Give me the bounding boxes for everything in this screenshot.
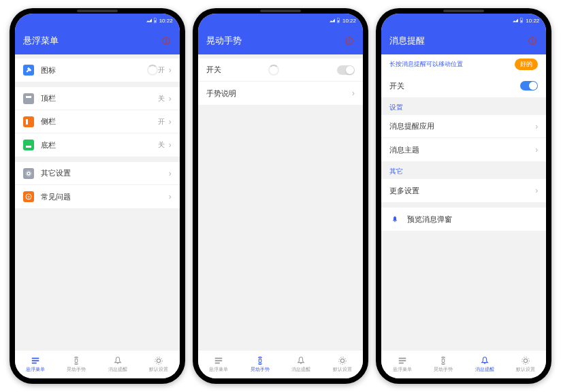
row-value: 关 — [158, 94, 165, 103]
section: 更多设置 › — [381, 179, 546, 202]
row-notify-theme[interactable]: 消息主题 › — [381, 138, 546, 161]
row-other-settings[interactable]: 其它设置 › — [15, 162, 180, 185]
svg-rect-33 — [532, 42, 533, 43]
screen: 10:22 悬浮菜单 图标 开 › — [15, 14, 180, 378]
svg-rect-14 — [32, 363, 37, 364]
chevron-right-icon: › — [352, 89, 355, 97]
nav-default[interactable]: 默认设置 — [321, 350, 363, 378]
tip-ok-button[interactable]: 好的 — [515, 59, 538, 70]
status-icons — [513, 18, 524, 23]
row-label: 其它设置 — [41, 168, 165, 178]
chevron-right-icon: › — [535, 146, 538, 154]
app-title: 消息提醒 — [389, 35, 425, 47]
row-label: 图标 — [41, 65, 143, 76]
section: 开关 — [381, 74, 546, 97]
bell-icon — [480, 356, 490, 365]
nav-label: 默认设置 — [149, 366, 168, 373]
status-icons — [330, 18, 340, 23]
nav-shake[interactable]: 晃动手势 — [56, 350, 97, 378]
nav-float-menu[interactable]: 悬浮菜单 — [381, 350, 423, 378]
svg-rect-36 — [398, 360, 406, 361]
row-label: 侧栏 — [41, 116, 158, 127]
chevron-right-icon: › — [535, 186, 538, 195]
top-bar-icon — [23, 93, 34, 104]
row-topbar[interactable]: 顶栏 关 › — [15, 87, 180, 110]
svg-point-39 — [524, 359, 527, 362]
row-label: 消息提醒应用 — [389, 121, 531, 131]
nav-label: 悬浮菜单 — [393, 366, 412, 373]
loading-icon — [268, 65, 279, 76]
bell-icon — [389, 214, 400, 225]
nav-shake[interactable]: 晃动手势 — [239, 350, 280, 378]
toggle-switch[interactable] — [520, 81, 538, 91]
status-bar: 10:22 — [198, 14, 363, 27]
row-switch[interactable]: 开关 — [198, 59, 363, 82]
nav-shake[interactable]: 晃动手势 — [423, 350, 464, 378]
row-notify-apps[interactable]: 消息提醒应用 › — [381, 115, 546, 138]
svg-rect-23 — [215, 358, 223, 359]
row-sidebar[interactable]: 侧栏 开 › — [15, 110, 180, 133]
svg-rect-25 — [215, 363, 220, 364]
svg-point-17 — [155, 357, 163, 365]
svg-rect-22 — [349, 42, 349, 43]
svg-rect-37 — [398, 363, 403, 364]
row-label: 顶栏 — [41, 93, 158, 103]
svg-point-16 — [157, 359, 161, 362]
svg-rect-19 — [338, 20, 339, 22]
svg-rect-1 — [155, 20, 156, 22]
nav-label: 悬浮菜单 — [209, 366, 228, 373]
row-icon-setting[interactable]: 图标 开 › — [15, 59, 180, 82]
warning-icon[interactable] — [527, 35, 538, 46]
row-value: 开 — [158, 117, 165, 127]
row-bottombar[interactable]: 底栏 关 › — [15, 133, 180, 157]
row-preview-popup[interactable]: 预览消息弹窗 — [381, 208, 546, 231]
menu-icon — [31, 356, 40, 365]
chevron-right-icon: › — [169, 141, 172, 149]
row-label: 常见问题 — [41, 192, 165, 202]
section: 开关 手势说明 › — [198, 59, 363, 105]
row-gesture-info[interactable]: 手势说明 › — [198, 82, 363, 105]
svg-point-27 — [340, 359, 344, 362]
nav-notify[interactable]: 消息提醒 — [97, 350, 139, 378]
nav-label: 消息提醒 — [108, 366, 127, 373]
nav-default[interactable]: 默认设置 — [505, 350, 547, 378]
section: 图标 开 › — [15, 59, 180, 82]
section: 消息提醒应用 › 消息主题 › — [381, 115, 546, 161]
chevron-right-icon: › — [169, 193, 172, 201]
chevron-right-icon: › — [169, 95, 172, 103]
row-faq[interactable]: ? 常见问题 › — [15, 185, 180, 208]
app-title: 晃动手势 — [206, 35, 242, 47]
gear-icon — [521, 356, 530, 365]
warning-icon[interactable] — [344, 35, 355, 46]
nav-label: 默认设置 — [333, 366, 352, 373]
warning-icon[interactable] — [161, 35, 172, 46]
screen: 10:22 晃动手势 开关 手势说明 › — [198, 14, 363, 378]
row-switch[interactable]: 开关 — [381, 74, 546, 97]
nav-default[interactable]: 默认设置 — [138, 350, 180, 378]
nav-float-menu[interactable]: 悬浮菜单 — [198, 350, 240, 378]
nav-notify[interactable]: 消息提醒 — [464, 350, 505, 378]
row-label: 更多设置 — [389, 186, 531, 196]
bottom-nav: 悬浮菜单 晃动手势 消息提醒 默认设置 — [198, 350, 363, 378]
svg-point-28 — [338, 357, 346, 365]
row-label: 底栏 — [41, 140, 158, 150]
pin-icon — [23, 65, 34, 76]
svg-text:?: ? — [27, 195, 30, 199]
svg-rect-13 — [32, 360, 39, 361]
svg-rect-35 — [398, 358, 406, 359]
svg-rect-21 — [349, 39, 349, 42]
svg-rect-7 — [26, 146, 31, 148]
menu-icon — [214, 356, 223, 365]
nav-notify[interactable]: 消息提醒 — [280, 350, 322, 378]
toggle-switch[interactable] — [337, 65, 355, 75]
row-more-settings[interactable]: 更多设置 › — [381, 179, 546, 202]
row-label: 消息主题 — [389, 145, 531, 155]
content: 长按消息提醒可以移动位置 好的 开关 设置 消息提醒应用 › 消息主题 › — [381, 54, 546, 350]
gear-icon — [338, 356, 347, 365]
svg-rect-15 — [76, 359, 78, 362]
row-value: 开 — [158, 65, 165, 75]
tip-bar: 长按消息提醒可以移动位置 好的 — [381, 54, 546, 74]
nav-float-menu[interactable]: 悬浮菜单 — [15, 350, 57, 378]
nav-label: 消息提醒 — [291, 366, 310, 373]
status-time: 10:22 — [159, 18, 173, 24]
